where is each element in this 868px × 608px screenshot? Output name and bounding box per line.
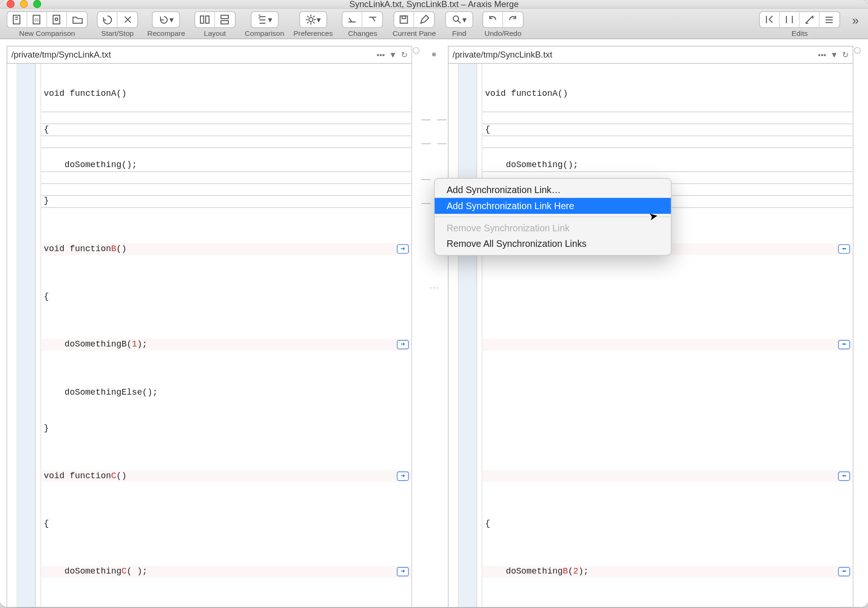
toolbar-group-current-pane: Current Pane [392, 11, 436, 37]
left-pane-header: /private/tmp/SyncLinkA.txt ••• ▼ ↻ [7, 46, 411, 64]
svg-rect-7 [221, 15, 228, 18]
code-line[interactable]: void functionC()➜ [41, 470, 411, 482]
find-button[interactable]: ▾ [446, 12, 472, 27]
code-line[interactable]: doSomething(); [483, 160, 853, 171]
track-dot-icon [413, 47, 419, 54]
context-menu: Add Synchronization Link… Add Synchroniz… [434, 178, 672, 256]
merge-left-icon[interactable]: ⬅ [838, 340, 850, 349]
chevron-down-icon[interactable]: ▼ [389, 50, 397, 59]
code-line[interactable] [483, 387, 853, 398]
layout-horizontal-button[interactable] [195, 12, 215, 27]
center-ellipsis-icon: ⋯ [429, 282, 439, 293]
stop-button[interactable] [117, 12, 137, 27]
code-line[interactable]: doSomethingB(2);⬅ [483, 566, 853, 578]
edit-1-button[interactable] [760, 12, 780, 27]
preferences-button[interactable]: ▾ [300, 12, 326, 27]
toolbar-label: Changes [348, 29, 377, 37]
new-text-comparison-button[interactable] [7, 12, 27, 27]
layout-vertical-button[interactable] [215, 12, 235, 27]
code-line[interactable]: } [41, 422, 411, 434]
toolbar-label: Edits [792, 29, 808, 37]
merge-left-icon[interactable]: ⬅ [838, 567, 850, 576]
link-lines [420, 63, 448, 607]
save-button[interactable] [394, 12, 414, 27]
code-line[interactable]: { [41, 518, 411, 530]
code-line[interactable]: { [483, 124, 853, 135]
left-code[interactable]: void functionA() { doSomething(); } void… [41, 64, 411, 607]
right-pane-header: /private/tmp/SyncLinkB.txt ••• ▼ ↻ [449, 46, 853, 64]
right-code[interactable]: void functionA() { doSomething(); } ⬅ ⬅ … [483, 64, 853, 607]
sync-dot-icon [432, 52, 436, 56]
prev-change-button[interactable] [343, 12, 363, 27]
right-code-body[interactable]: void functionA() { doSomething(); } ⬅ ⬅ … [449, 64, 853, 607]
left-overview-track[interactable] [412, 46, 420, 607]
edit-3-button[interactable] [800, 12, 819, 27]
comparison-button[interactable]: Σ▾ [251, 12, 277, 27]
toolbar-label: Comparison [245, 29, 284, 37]
code-line[interactable] [483, 422, 853, 434]
left-marker-gutter [36, 64, 41, 607]
toolbar-group-comparison: Σ▾ Comparison [245, 11, 284, 37]
new-binary-comparison-button[interactable]: 01 [27, 12, 47, 27]
start-button[interactable] [98, 12, 117, 27]
code-line[interactable]: { [483, 518, 853, 530]
recompare-button[interactable]: ▾ [153, 12, 179, 27]
merge-right-icon[interactable]: ➜ [397, 472, 409, 481]
code-line[interactable]: doSomethingElse(); [41, 387, 411, 398]
right-pane: /private/tmp/SyncLinkB.txt ••• ▼ ↻ void … [448, 46, 853, 607]
code-line[interactable]: doSomething(); [41, 160, 411, 171]
content-area: /private/tmp/SyncLinkA.txt ••• ▼ ↻ ▲▼ vo… [0, 39, 868, 607]
left-file-path: /private/tmp/SyncLinkA.txt [11, 50, 373, 60]
svg-rect-12 [402, 16, 406, 19]
code-line[interactable]: { [41, 124, 411, 135]
code-line[interactable] [483, 291, 853, 303]
edit-2-button[interactable] [780, 12, 800, 27]
toolbar-group-new-comparison: 01 New Comparison [7, 11, 88, 37]
toolbar-label: Recompare [147, 29, 185, 37]
merge-right-icon[interactable]: ➜ [397, 245, 409, 254]
code-line[interactable]: void functionA() [483, 88, 853, 100]
code-line[interactable]: } [41, 195, 411, 207]
right-overview-track[interactable] [853, 46, 861, 607]
toolbar-label: Start/Stop [101, 29, 134, 37]
next-change-button[interactable] [363, 12, 383, 27]
left-diff-gutter [17, 64, 36, 607]
toolbar-label: Current Pane [392, 29, 436, 37]
new-image-comparison-button[interactable] [47, 12, 67, 27]
merge-left-icon[interactable]: ⬅ [838, 472, 850, 481]
ellipsis-icon[interactable]: ••• [818, 50, 826, 59]
svg-rect-11 [401, 16, 408, 23]
merge-right-icon[interactable]: ➜ [397, 340, 409, 349]
app-window: SyncLinkA.txt, SyncLinkB.txt – Araxis Me… [0, 0, 868, 607]
history-icon[interactable]: ↻ [401, 50, 408, 59]
new-folder-comparison-button[interactable] [67, 12, 87, 27]
edit-button[interactable] [414, 12, 434, 27]
right-outer-gutter [449, 64, 459, 607]
undo-button[interactable] [483, 12, 503, 27]
toolbar-label: New Comparison [19, 29, 75, 37]
merge-left-icon[interactable]: ⬅ [838, 245, 850, 254]
menu-item-add-sync-link-here[interactable]: Add Synchronization Link Here [434, 198, 671, 214]
left-code-body[interactable]: ▲▼ void functionA() { doSomething(); } v… [7, 64, 411, 607]
code-line[interactable]: ⬅ [483, 470, 853, 482]
edit-4-button[interactable] [819, 12, 839, 27]
code-line[interactable]: void functionA() [41, 88, 411, 100]
code-line[interactable]: doSomethingC( );➜ [41, 566, 411, 578]
code-line[interactable]: { [41, 291, 411, 303]
history-icon[interactable]: ↻ [842, 50, 849, 59]
ellipsis-icon[interactable]: ••• [376, 50, 385, 59]
merge-right-icon[interactable]: ➜ [397, 567, 409, 576]
redo-button[interactable] [503, 12, 523, 27]
right-file-path: /private/tmp/SyncLinkB.txt [452, 50, 814, 60]
toolbar-group-layout: Layout [194, 11, 235, 37]
code-line[interactable]: ⬅ [483, 338, 853, 350]
code-line[interactable]: void functionB()➜ [41, 243, 411, 255]
menu-item-add-sync-link[interactable]: Add Synchronization Link… [434, 182, 671, 198]
toolbar-group-edits: Edits [759, 11, 840, 37]
code-line[interactable]: doSomethingB(1);➜ [41, 338, 411, 350]
menu-item-remove-all-sync-links[interactable]: Remove All Synchronization Links [434, 236, 671, 252]
svg-text:Σ: Σ [258, 14, 261, 20]
svg-rect-8 [221, 21, 228, 24]
chevron-down-icon[interactable]: ▼ [830, 50, 838, 59]
toolbar-overflow-icon[interactable]: » [850, 14, 861, 28]
